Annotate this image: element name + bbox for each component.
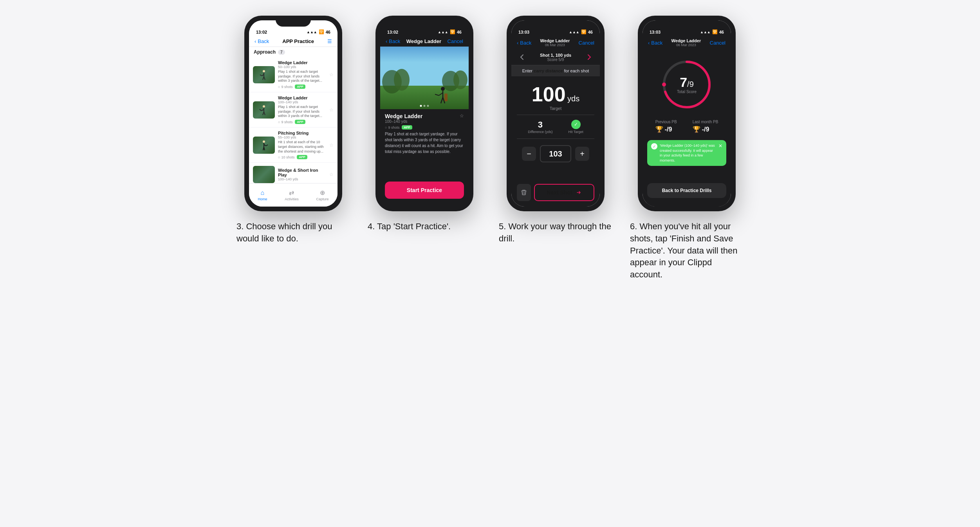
nav-bar-4: ‹ Back Wedge Ladder 06 Mar 2023 Cancel bbox=[643, 36, 731, 49]
nav-back-4[interactable]: ‹ Back bbox=[648, 40, 662, 46]
nav-back-2[interactable]: ‹ Back bbox=[386, 38, 400, 44]
nav-back-3[interactable]: ‹ Back bbox=[517, 40, 531, 46]
svg-point-0 bbox=[263, 70, 265, 72]
target-yds-row: 100 yds bbox=[511, 84, 600, 104]
drill-info-3: Wedge & Short Iron Play 100–140 yds bbox=[278, 168, 326, 181]
toast-close-icon[interactable]: ✕ bbox=[718, 143, 722, 149]
tab-activities[interactable]: ⇄ Activities bbox=[285, 189, 299, 201]
drill-desc-2: Hit 1 shot at each of the 10 target dist… bbox=[278, 140, 326, 154]
distance-input[interactable]: 103 bbox=[540, 145, 571, 162]
shot-info-center: Shot 1, 100 yds Score 5/9 bbox=[540, 53, 571, 62]
drill-name-1: Wedge Ladder bbox=[278, 95, 326, 100]
drill-yds-2: 55–100 yds bbox=[278, 135, 326, 139]
hit-target-label: Hit Target bbox=[569, 130, 583, 134]
stat-hit-target: ✓ Hit Target bbox=[569, 120, 583, 134]
phone-frame-1: 13:02 ▲▲▲ 🛜 46 ‹ Back APP Practice ☰ bbox=[244, 16, 342, 211]
caption-2: 4. Tap 'Start Practice'. bbox=[368, 221, 481, 233]
app-badge-detail: APP bbox=[402, 125, 412, 130]
phone-notch-4 bbox=[669, 16, 704, 27]
battery-icon-4: 46 bbox=[719, 30, 724, 34]
decrement-button[interactable]: − bbox=[522, 147, 536, 161]
bottom-spacer-2 bbox=[380, 203, 469, 207]
back-to-drills-button[interactable]: Back to Practice Drills bbox=[647, 183, 726, 198]
phone-screen-2: 13:02 ▲▲▲ 🛜 46 ‹ Back Wedge Ladder Cance… bbox=[380, 20, 469, 207]
star-icon-0[interactable]: ☆ bbox=[329, 72, 334, 77]
next-shot-button[interactable]: Next Shot bbox=[534, 184, 594, 201]
next-arrow-icon bbox=[576, 189, 582, 196]
home-icon: ⌂ bbox=[261, 189, 265, 196]
phone-frame-4: 13:03 ▲▲▲ 🛜 46 ‹ Back Wedge Ladder bbox=[638, 16, 736, 211]
image-dots bbox=[420, 105, 429, 107]
prev-shot-button[interactable] bbox=[517, 52, 528, 63]
nav-menu-1[interactable]: ☰ bbox=[327, 38, 332, 44]
drill-thumb-inner-3 bbox=[253, 166, 275, 183]
delete-shot-button[interactable] bbox=[517, 184, 531, 201]
stat-difference: 3 Difference (yds) bbox=[528, 120, 552, 134]
last-month-pb-value: -/9 bbox=[702, 126, 709, 133]
target-display: 100 yds Target bbox=[511, 76, 600, 115]
drill-name-main: Wedge Ladder 100–140 yds bbox=[385, 113, 422, 124]
target-unit: yds bbox=[567, 94, 579, 103]
screen4-content: 7/9 Total Score Previous PB 🏆 - bbox=[643, 49, 731, 207]
drill-info-0: Wedge Ladder 50–100 yds Play 1 shot at e… bbox=[278, 60, 326, 89]
drill-desc-0: Play 1 shot at each target yardage. If y… bbox=[278, 70, 326, 83]
signal-icon-2: ▲▲▲ bbox=[438, 30, 448, 34]
golf-course-image bbox=[380, 47, 469, 109]
phone-column-1: 13:02 ▲▲▲ 🛜 46 ‹ Back APP Practice ☰ bbox=[236, 16, 351, 245]
score-value: 7 bbox=[680, 75, 687, 90]
nav-title-line1-4: Wedge Ladder bbox=[662, 38, 709, 43]
star-icon-2[interactable]: ☆ bbox=[329, 142, 334, 148]
increment-button[interactable]: + bbox=[575, 147, 589, 161]
star-icon-3[interactable]: ☆ bbox=[329, 172, 334, 177]
score-total: 9 bbox=[689, 80, 694, 88]
status-time-2: 13:02 bbox=[387, 30, 398, 34]
drill-item-1[interactable]: Wedge Ladder 100–140 yds Play 1 shot at … bbox=[249, 92, 337, 127]
caption-4: 6. When you've hit all your shots, tap '… bbox=[630, 221, 744, 281]
tab-capture[interactable]: ⊕ Capture bbox=[316, 189, 329, 201]
svg-point-12 bbox=[263, 140, 265, 143]
back-chevron-4: ‹ bbox=[648, 40, 650, 46]
status-time-4: 13:03 bbox=[650, 30, 661, 34]
app-badge-0: APP bbox=[295, 85, 305, 89]
tab-home[interactable]: ⌂ Home bbox=[258, 189, 267, 201]
screen3-content: Enter carry distance for each shot 100 y… bbox=[511, 65, 600, 207]
drill-item-0[interactable]: Wedge Ladder 50–100 yds Play 1 shot at e… bbox=[249, 57, 337, 92]
next-shot-arrow-button[interactable] bbox=[583, 52, 594, 63]
shot-nav: Shot 1, 100 yds Score 5/9 bbox=[511, 49, 600, 65]
score-ring-container: 7/9 Total Score bbox=[643, 49, 731, 116]
next-shot-label: Next Shot bbox=[547, 189, 572, 196]
nav-back-1[interactable]: ‹ Back bbox=[254, 38, 269, 44]
trophy-icon-prev: 🏆 bbox=[655, 126, 663, 133]
svg-rect-30 bbox=[444, 94, 448, 101]
category-count: 7 bbox=[278, 50, 285, 55]
left-arrow-icon bbox=[518, 53, 526, 61]
back-label-1: Back bbox=[258, 38, 269, 44]
drill-yds-0: 50–100 yds bbox=[278, 65, 326, 69]
nav-cancel-3[interactable]: Cancel bbox=[579, 40, 594, 46]
previous-pb-label: Previous PB bbox=[655, 120, 677, 124]
back-label-2: Back bbox=[389, 38, 400, 44]
dot-0 bbox=[420, 105, 422, 107]
drill-item-2[interactable]: Pitching String 55–100 yds Hit 1 shot at… bbox=[249, 128, 337, 162]
status-right-1: ▲▲▲ 🛜 46 bbox=[307, 29, 330, 34]
phone-screen-1: 13:02 ▲▲▲ 🛜 46 ‹ Back APP Practice ☰ bbox=[249, 20, 337, 207]
phone-notch-3 bbox=[538, 16, 573, 27]
drill-name-3: Wedge & Short Iron Play bbox=[278, 168, 326, 177]
star-icon-detail[interactable]: ☆ bbox=[460, 113, 464, 119]
start-practice-button[interactable]: Start Practice bbox=[385, 182, 464, 199]
drill-thumb-inner-0 bbox=[253, 66, 275, 83]
shot-score: Score 5/9 bbox=[540, 58, 571, 62]
caption-3: 5. Work your way through the drill. bbox=[499, 221, 612, 245]
golfer-thumb-icon-2 bbox=[258, 139, 270, 151]
drill-info-1: Wedge Ladder 100–140 yds Play 1 shot at … bbox=[278, 95, 326, 124]
phone-frame-2: 13:02 ▲▲▲ 🛜 46 ‹ Back Wedge Ladder Cance… bbox=[375, 16, 473, 211]
drill-thumb-2 bbox=[253, 137, 275, 154]
nav-cancel-2[interactable]: Cancel bbox=[448, 38, 463, 44]
drill-item-3[interactable]: Wedge & Short Iron Play 100–140 yds ☆ bbox=[249, 163, 337, 183]
back-label-4: Back bbox=[651, 40, 662, 46]
signal-icon-4: ▲▲▲ bbox=[700, 30, 711, 34]
shots-label-0: ○ 9 shots bbox=[278, 85, 292, 89]
nav-cancel-4[interactable]: Cancel bbox=[710, 40, 726, 46]
status-right-3: ▲▲▲ 🛜 46 bbox=[569, 29, 593, 34]
star-icon-1[interactable]: ☆ bbox=[329, 107, 334, 113]
